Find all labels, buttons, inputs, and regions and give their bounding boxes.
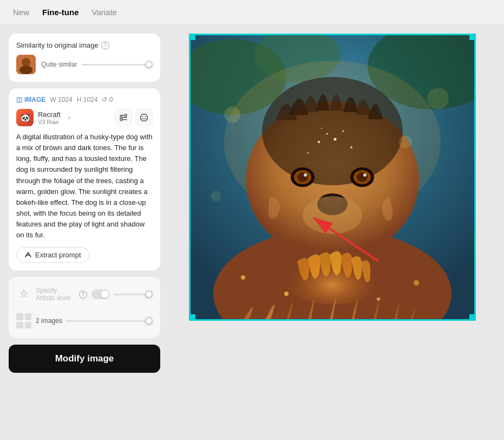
similarity-row: Quite similar — [16, 55, 153, 74]
width-label: W 1024 — [50, 96, 72, 103]
svg-point-27 — [304, 173, 307, 177]
images-slider-thumb[interactable] — [145, 317, 153, 325]
similarity-card: Similarity to original image ? Quite sim… — [9, 34, 160, 82]
svg-point-10 — [142, 117, 143, 118]
svg-point-1 — [22, 58, 30, 67]
model-info: Recraft V3 Raw — [38, 111, 61, 125]
artistic-toggle[interactable] — [91, 289, 110, 299]
sliders-icon-button[interactable] — [115, 109, 132, 126]
settings-card: Specify Artistic level ? 2 images — [9, 277, 160, 338]
svg-point-11 — [145, 117, 146, 118]
svg-point-37 — [342, 131, 344, 132]
svg-point-8 — [120, 119, 122, 121]
image-config-card: ◫ IMAGE W 1024 H 1024 ↺ 0 🐼 Recraft V3 R… — [9, 88, 160, 270]
prompt-text: A digital illustration of a husky-type d… — [16, 132, 153, 241]
dog-image — [189, 34, 476, 321]
nav-finetune[interactable]: Fine-tune — [40, 7, 81, 18]
images-preview-icon — [16, 313, 31, 328]
top-navigation: New Fine-tune Variate — [0, 0, 504, 25]
svg-point-46 — [399, 135, 412, 148]
image-badge: ◫ IMAGE — [16, 96, 45, 103]
config-dims: W 1024 H 1024 ↺ 0 — [50, 96, 113, 103]
image-wrapper — [189, 34, 476, 321]
left-panel: Similarity to original image ? Quite sim… — [9, 34, 160, 431]
images-count-row: 2 images — [16, 310, 153, 332]
image-config-header: ◫ IMAGE W 1024 H 1024 ↺ 0 — [16, 96, 153, 103]
svg-point-34 — [326, 133, 328, 135]
svg-point-33 — [318, 141, 320, 143]
emoji-icon-button[interactable] — [135, 109, 153, 126]
svg-point-35 — [321, 128, 322, 129]
svg-point-26 — [357, 172, 368, 182]
images-count-label: 2 images — [36, 317, 62, 325]
similarity-value-label: Quite similar — [41, 61, 77, 68]
artistic-slider-thumb[interactable] — [145, 290, 153, 298]
svg-point-38 — [350, 146, 352, 148]
artistic-help-icon[interactable]: ? — [79, 290, 87, 299]
similarity-slider-track — [82, 64, 153, 66]
svg-point-36 — [333, 138, 336, 141]
svg-point-9 — [141, 114, 148, 121]
svg-point-42 — [414, 280, 419, 286]
svg-point-40 — [284, 292, 289, 296]
settings-divider — [16, 307, 153, 308]
similarity-help-icon[interactable]: ? — [101, 41, 109, 49]
main-content: Similarity to original image ? Quite sim… — [0, 25, 504, 440]
model-chevron-button[interactable]: › — [65, 113, 74, 122]
nav-new[interactable]: New — [11, 7, 31, 18]
svg-point-28 — [363, 173, 366, 177]
artistic-level-row: Specify Artistic level ? — [16, 283, 153, 305]
rotation-label: ↺ 0 — [102, 96, 113, 103]
svg-point-41 — [377, 297, 380, 301]
svg-point-45 — [427, 88, 449, 109]
similarity-slider-thumb[interactable] — [145, 61, 153, 68]
right-panel — [169, 34, 495, 431]
svg-point-6 — [125, 114, 127, 117]
svg-point-39 — [307, 152, 309, 154]
extract-prompt-button[interactable]: Extract prompt — [16, 247, 89, 263]
modify-image-button[interactable]: Modify image — [9, 345, 160, 373]
artistic-level-label: Specify Artistic level — [36, 287, 75, 302]
svg-point-20 — [262, 77, 403, 185]
model-row: 🐼 Recraft V3 Raw › — [16, 109, 153, 126]
svg-point-44 — [224, 107, 240, 123]
artistic-slider — [114, 294, 153, 295]
svg-point-2 — [19, 66, 32, 74]
height-label: H 1024 — [77, 96, 98, 103]
recraft-icon: 🐼 — [16, 109, 34, 126]
similarity-slider-container: Quite similar — [41, 61, 153, 68]
similarity-label: Similarity to original image ? — [16, 41, 153, 49]
svg-point-43 — [241, 275, 245, 280]
original-thumbnail — [16, 55, 36, 74]
images-slider-track — [67, 320, 153, 322]
toggle-thumb — [101, 290, 109, 298]
svg-point-25 — [297, 172, 308, 182]
svg-point-32 — [303, 196, 362, 234]
artistic-icon — [16, 287, 31, 302]
svg-point-47 — [211, 191, 221, 202]
nav-variate[interactable]: Variate — [90, 7, 119, 18]
image-icon: ◫ — [16, 96, 22, 103]
